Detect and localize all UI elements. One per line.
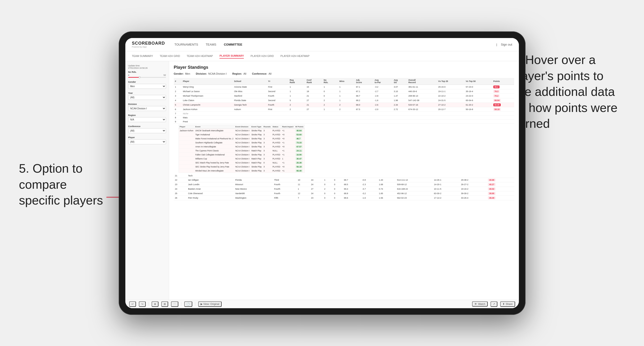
points-badge[interactable]: 40.27 xyxy=(488,183,495,186)
nav-right: | Sign out xyxy=(496,42,512,47)
clock-button[interactable]: 🕐 xyxy=(184,301,192,307)
points-badge[interactable]: 38.49 xyxy=(488,196,495,199)
detail-table-row: Southern Highlands CollegiateNCAA Divisi… xyxy=(178,141,304,145)
points-badge[interactable]: 70.2 xyxy=(493,94,500,97)
conference-select[interactable]: (All) xyxy=(128,128,166,133)
detail-table-row: Mirobel Maui Jim IntercollegiateNCAA Div… xyxy=(178,169,304,173)
detail-table-row: Wake Forest Invitational at Pinehurst No… xyxy=(178,137,304,141)
w-points-badge[interactable]: 25.38 xyxy=(296,161,303,164)
section-title: Player Standings xyxy=(174,65,514,70)
main-content: Update time: 27/01/2024 16:56:26 No Rds.… xyxy=(125,61,519,300)
table-row: 22Ian GilliganFloridaThird10241068.7-0.8… xyxy=(174,177,514,182)
settings-button[interactable]: ⋯ xyxy=(171,301,178,307)
update-time: Update time: 27/01/2024 16:56:26 xyxy=(128,64,166,69)
sign-out-link[interactable]: Sign out xyxy=(501,42,512,47)
w-points-badge[interactable]: 24.11 xyxy=(296,149,303,152)
w-points-badge[interactable]: 16.90 xyxy=(296,153,303,156)
table-row: 9 Prest xyxy=(174,120,514,124)
share-icon-button[interactable]: ↗ xyxy=(490,301,497,307)
view-original-button[interactable]: ▶ View: Original xyxy=(198,301,222,307)
division-select[interactable]: NCAA Division I xyxy=(128,106,166,111)
logo-text: SCOREBOARD xyxy=(132,41,165,46)
points-badge[interactable]: 39.95 xyxy=(488,192,495,195)
nav-separator: | xyxy=(496,43,497,46)
copy-button[interactable]: ⊕ xyxy=(152,301,158,307)
w-points-badge[interactable]: 53.60 xyxy=(296,133,303,136)
filter-conference: Conference (All) xyxy=(128,125,166,133)
points-badge[interactable]: 66.2 xyxy=(493,85,500,88)
logo-area: SCOREBOARD Powered by clippi xyxy=(132,41,165,48)
w-points-badge[interactable]: 30.47 xyxy=(296,157,303,160)
content-area: Player Standings Gender: Men Division: N… xyxy=(169,61,519,300)
detail-table-row: Jackson KohonUNCW Seahawk Intercollegiat… xyxy=(178,129,304,133)
paste-button[interactable]: ⊞ xyxy=(161,301,168,307)
sub-nav-team-summary[interactable]: TEAM SUMMARY xyxy=(132,54,153,58)
region-select[interactable]: N/A xyxy=(128,117,166,122)
table-row: 1 Wenyi Ding Arizona State First 1 15 1 … xyxy=(174,85,514,89)
table-row: 4 Luke Claton Florida State Second 5 27 … xyxy=(174,98,514,103)
filter-player: Player (All) xyxy=(128,136,166,144)
table-row: 25Cole SherwoodVanderbiltFourth12240068.… xyxy=(174,191,514,195)
player-select[interactable]: (All) xyxy=(128,139,166,144)
col-num: # xyxy=(174,78,182,85)
sub-nav-player-summary[interactable]: PLAYER SUMMARY xyxy=(220,53,244,59)
col-reg-rank: RegRank xyxy=(288,78,306,85)
gender-select[interactable]: Men Women xyxy=(128,84,166,89)
col-vs-top50: Vs Top 50 xyxy=(464,78,492,85)
watch-button[interactable]: 👁 Watch xyxy=(472,301,488,307)
points-badge[interactable]: 40.68 xyxy=(488,178,495,181)
detail-table-row: The Cypress Point ClassicNCAA Division I… xyxy=(178,149,304,153)
w-points-badge[interactable]: 40.64 xyxy=(296,129,303,132)
detail-table-row: SEC Match Play hosted by Jerry PateNCAA … xyxy=(178,161,304,165)
nav-teams[interactable]: TEAMS xyxy=(206,42,216,47)
detail-col-event: Event xyxy=(194,125,234,129)
detail-table-row: Amer An IntercollegiateNCAA Division ISt… xyxy=(178,145,304,149)
col-vs-top25: Vs Top 25 xyxy=(437,78,465,85)
detail-col-status: Status xyxy=(272,125,281,129)
points-badge[interactable]: 40.02 xyxy=(488,187,495,190)
top-nav: SCOREBOARD Powered by clippi TOURNAMENTS… xyxy=(125,38,519,51)
table-row: 23Jack LundinMissouriFourth11240068.5-2.… xyxy=(174,182,514,186)
filter-year: Year (All) xyxy=(128,92,166,100)
sub-nav-player-h2h-heatmap[interactable]: PLAYER H2H HEATMAP xyxy=(280,54,310,58)
share-button[interactable]: ⬆ Share xyxy=(500,301,515,307)
year-select[interactable]: (All) xyxy=(128,95,166,100)
col-points: Points xyxy=(492,78,514,85)
sub-nav-team-h2h-grid[interactable]: TEAM H2H GRID xyxy=(160,54,180,58)
redo-button[interactable]: ↪ xyxy=(139,301,146,307)
undo-button[interactable]: ↩ xyxy=(129,301,136,307)
detail-table-row: Williams CupNCAA Division IMatch Play3PL… xyxy=(178,157,304,161)
w-points-badge[interactable]: 66.40 xyxy=(296,169,303,172)
w-points-badge[interactable]: 67.57 xyxy=(296,145,303,148)
ipad-frame: SCOREBOARD Powered by clippi TOURNAMENTS… xyxy=(119,31,526,315)
standings-table: # Player School Yr RegRank ConfRank NoRd… xyxy=(174,78,514,124)
col-avg-to-par: Avgto-Par xyxy=(374,78,392,85)
annotation-5: 5. Option to compare specific players xyxy=(19,161,109,208)
nav-committee[interactable]: COMMITTEE xyxy=(224,42,242,47)
nav-links: TOURNAMENTS TEAMS COMMITTEE xyxy=(174,42,496,47)
sub-nav: TEAM SUMMARY TEAM H2H GRID TEAM H2H HEAT… xyxy=(125,51,519,61)
sub-nav-team-h2h-heatmap[interactable]: TEAM H2H HEATMAP xyxy=(186,54,213,58)
table-row: 2 Michael La Sasso Ole Miss Second 1 18 … xyxy=(174,89,514,94)
points-badge[interactable]: 66.94 xyxy=(493,99,501,102)
detail-col-event-div: Event Division xyxy=(234,125,250,129)
nav-tournaments[interactable]: TOURNAMENTS xyxy=(174,42,198,47)
logo-sub: Powered by clippi xyxy=(132,46,165,48)
col-no-rds: NoRds. xyxy=(322,78,338,85)
page-wrapper: 4. Hover over a player's points to see a… xyxy=(0,0,644,346)
toolbar-sep-3 xyxy=(195,302,195,306)
w-points-badge[interactable]: 73.33 xyxy=(296,141,303,144)
table-row: 26Petr HrubyWashingtonFifth7230068.6-1.6… xyxy=(174,195,514,200)
filter-no-rds: No Rds. 452 xyxy=(128,71,166,78)
sub-nav-player-h2h-grid[interactable]: PLAYER H2H GRID xyxy=(250,54,274,58)
table-row: 3 Michael Thorbjornsen Stanford Fourth 1… xyxy=(174,94,514,98)
col-wins: Wins xyxy=(338,78,355,85)
no-rds-slider[interactable] xyxy=(128,77,166,78)
points-badge-hover[interactable]: 60.09 xyxy=(493,103,501,106)
points-badge[interactable]: 58.18 xyxy=(493,108,501,111)
bottom-toolbar: ↩ ↪ ⊕ ⊞ ⋯ 🕐 ▶ View: Original 👁 Watch ↗ xyxy=(125,300,519,308)
detail-popup-container: Player Event Event Division Event Type R… xyxy=(178,125,514,173)
points-badge[interactable]: 76.3 xyxy=(493,90,500,93)
w-points-badge[interactable]: 56.18 xyxy=(296,165,303,168)
w-points-badge[interactable]: 46.7 xyxy=(296,137,302,140)
